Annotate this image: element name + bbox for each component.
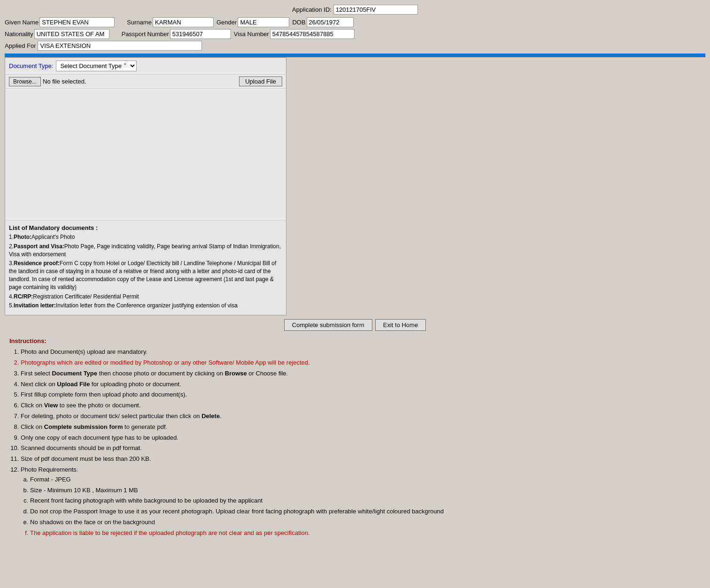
surname-label: Surname — [127, 19, 152, 26]
doc-type-row: Document Type: Select Document Type ˅ — [5, 58, 286, 75]
info-row-1: Given Name Surname Gender DOB — [5, 17, 705, 27]
visa-group: Visa Number — [234, 29, 355, 39]
given-name-input[interactable] — [39, 17, 115, 27]
instr-8: Click on Complete submission form to gen… — [21, 422, 701, 432]
passport-group: Passport Number — [122, 29, 231, 39]
surname-group: Surname — [127, 17, 214, 27]
instr-5: First fillup complete form then upload p… — [21, 390, 701, 400]
instructions-title: Instructions: — [9, 337, 701, 344]
page-wrapper: Application ID: Given Name Surname Gende… — [0, 0, 710, 547]
instr-7: For deleting, photo or document tick/ se… — [21, 412, 701, 421]
main-content-area: Document Type: Select Document Type ˅ Br… — [5, 57, 705, 315]
doc-type-select[interactable]: Select Document Type ˅ — [56, 61, 137, 71]
photo-req-a: Format - JPEG — [30, 475, 701, 485]
form-container: Application ID: Given Name Surname Gende… — [5, 5, 705, 542]
photo-req-c: Recent front facing photograph with whit… — [30, 496, 701, 506]
gender-input[interactable] — [238, 17, 289, 27]
passport-label: Passport Number — [122, 31, 169, 38]
instr-12: Photo Requirements: Format - JPEG Size -… — [21, 465, 701, 538]
instr-3: First select Document Type then choose p… — [21, 369, 701, 379]
mandatory-item-2: 2.Passport and Visa:Photo Page, Page ind… — [9, 243, 282, 259]
left-column: Document Type: Select Document Type ˅ Br… — [5, 57, 286, 315]
app-id-label: Application ID: — [292, 6, 332, 13]
browse-button[interactable]: Browse... — [9, 77, 41, 86]
doc-type-label: Document Type: — [9, 62, 53, 69]
instr-4: Next click on Upload File for uploading … — [21, 380, 701, 389]
file-name-display: No file selected. — [43, 78, 237, 85]
applied-for-input[interactable] — [38, 41, 202, 51]
mandatory-item-3: 3.Residence proof:Form C copy from Hotel… — [9, 260, 282, 291]
surname-input[interactable] — [153, 17, 214, 27]
gender-group: Gender — [216, 17, 289, 27]
applied-for-row: Applied For — [5, 41, 705, 51]
photo-req-b: Size - Minimum 10 KB , Maximum 1 MB — [30, 486, 701, 496]
app-id-input[interactable] — [333, 5, 418, 15]
nationality-label: Nationality — [5, 31, 33, 38]
visa-input[interactable] — [270, 29, 355, 39]
blue-bar — [5, 53, 705, 57]
instr-1: Photo and Document(s) upload are mandato… — [21, 347, 701, 357]
given-name-group: Given Name — [5, 17, 115, 27]
given-name-label: Given Name — [5, 19, 39, 26]
upload-file-button[interactable]: Upload File — [239, 76, 282, 86]
photo-req-d: Do not crop the Passport Image to use it… — [30, 507, 701, 517]
visa-label: Visa Number — [234, 31, 269, 38]
mandatory-docs-section: List of Mandatory documents : 1.Photo:Ap… — [5, 220, 286, 315]
instructions-list: Photo and Document(s) upload are mandato… — [9, 347, 701, 538]
photo-req-e: No shadows on the face or on the backgro… — [30, 518, 701, 527]
instr-10: Scanned documents should be in pdf forma… — [21, 443, 701, 453]
file-upload-row: Browse... No file selected. Upload File — [5, 75, 286, 89]
photo-requirements-list: Format - JPEG Size - Minimum 10 KB , Max… — [21, 475, 701, 538]
info-row-2: Nationality Passport Number Visa Number — [5, 29, 705, 39]
dob-group: DOB — [292, 17, 353, 27]
gender-label: Gender — [216, 19, 237, 26]
applied-for-label: Applied For — [5, 42, 36, 49]
instr-6: Click on View to see the photo or docume… — [21, 401, 701, 411]
mandatory-item-1: 1.Photo:Applicant's Photo — [9, 233, 282, 241]
complete-submission-button[interactable]: Complete submission form — [284, 319, 372, 331]
right-column — [286, 57, 705, 315]
mandatory-item-5: 5.Invitation letter:Invitation letter fr… — [9, 302, 282, 310]
mandatory-item-4: 4.RC/RP:Registration Certificate/ Reside… — [9, 293, 282, 301]
instr-2: Photographs which are edited or modified… — [21, 358, 701, 368]
instructions-section: Instructions: Photo and Document(s) uplo… — [5, 335, 705, 542]
nationality-input[interactable] — [34, 29, 109, 39]
exit-home-button[interactable]: Exit to Home — [375, 319, 426, 331]
passport-input[interactable] — [170, 29, 231, 39]
dob-label: DOB — [292, 19, 305, 26]
instr-11: Size of pdf document must be less than 2… — [21, 454, 701, 464]
instr-9: Only one copy of each document type has … — [21, 433, 701, 443]
photo-req-f: The application is liable to be rejected… — [30, 528, 701, 538]
nationality-group: Nationality — [5, 29, 109, 39]
doc-content-area — [5, 89, 286, 220]
dob-input[interactable] — [307, 17, 354, 27]
mandatory-docs-title: List of Mandatory documents : — [9, 224, 282, 231]
action-buttons-row: Complete submission form Exit to Home — [5, 315, 705, 335]
app-id-row: Application ID: — [5, 5, 705, 15]
